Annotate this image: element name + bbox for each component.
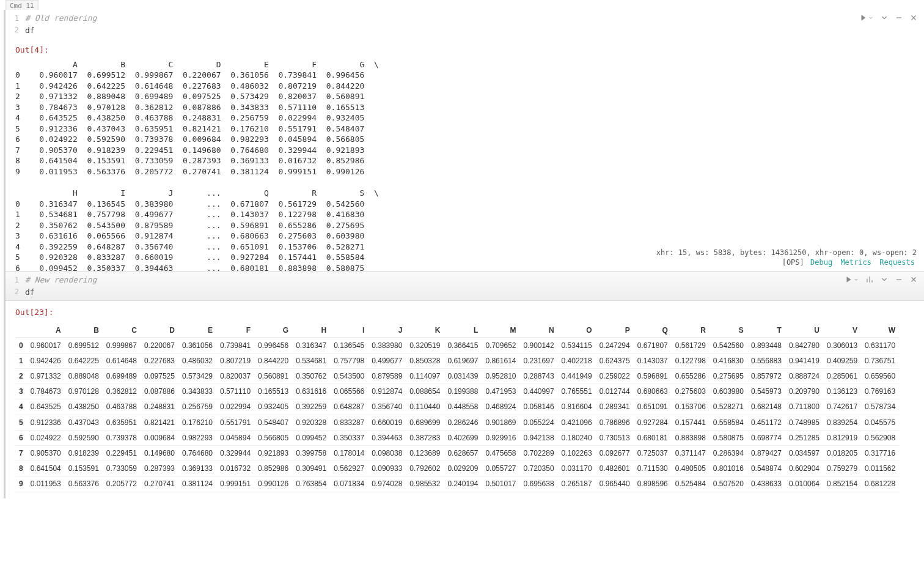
cell-value: 0.240194 [444,476,482,492]
column-header: R [672,323,710,338]
cell-value: 0.320519 [406,338,444,353]
cell-value: 0.757798 [330,353,368,368]
cell-value: 0.641504 [27,461,65,476]
cell-value: 0.682148 [747,399,785,415]
table-row: 70.9053700.9182390.2294510.1496800.76468… [15,446,899,461]
cell-value: 0.821421 [141,415,178,430]
cell-value: 0.655286 [672,369,710,384]
cell-value: 0.149680 [141,446,178,461]
cell-value: 0.402699 [444,430,482,445]
table-row: 80.6415040.1535910.7330590.2873930.36913… [15,461,899,476]
cell-value: 0.270741 [141,476,178,492]
cell-value: 0.974028 [368,476,406,492]
cell-value: 0.309491 [292,461,330,476]
column-header: L [444,323,482,338]
column-header: J [368,323,406,338]
cell-value: 0.110440 [406,399,444,415]
row-index: 0 [15,338,27,353]
column-header: P [596,323,634,338]
cell-value: 0.440997 [520,384,558,399]
cell-value: 0.929916 [482,430,519,445]
cell-value: 0.698774 [747,430,785,445]
code-text[interactable]: # New rendering [25,274,97,286]
cell-value: 0.058146 [520,399,558,415]
cell-value: 0.566805 [254,430,292,445]
cell-value: 0.786896 [596,415,634,430]
cell-value: 0.651091 [634,399,672,415]
minimize-button[interactable] [893,12,904,23]
cell-value: 0.558584 [710,415,747,430]
cell-value: 0.852154 [823,476,861,492]
cell-value: 0.045575 [861,415,899,430]
cell-value: 0.065566 [330,384,368,399]
close-icon [909,275,918,284]
cell-value: 0.563376 [65,476,103,492]
cell-value: 0.288743 [520,369,558,384]
cell-value: 0.548874 [747,461,785,476]
cell-value: 0.562908 [861,430,899,445]
cell-value: 0.055727 [482,461,519,476]
debug-link[interactable]: Debug [810,258,832,267]
close-button[interactable] [908,12,919,23]
debug-link[interactable]: Metrics [840,258,871,267]
line-number: 2 [6,286,25,297]
cell-value: 0.592590 [65,430,103,445]
cell-value: 0.136123 [823,384,861,399]
cell-value: 0.045894 [216,430,254,445]
code-editor[interactable]: 1# New rendering2df [6,271,924,301]
cell-value: 0.970128 [65,384,103,399]
cell-value: 0.356740 [368,399,406,415]
code-text[interactable]: df [25,286,35,298]
cell-value: 0.999151 [216,476,254,492]
cell-value: 0.209790 [785,384,823,399]
cell-value: 0.018205 [823,446,861,461]
run-button[interactable] [843,274,860,285]
column-header: E [178,323,216,338]
cell-value: 0.507520 [710,476,747,492]
column-header: B [65,323,103,338]
run-button[interactable] [858,12,875,23]
cell-value: 0.739841 [216,338,254,353]
cell-value: 0.361056 [178,338,216,353]
expand-button[interactable] [879,274,890,285]
table-row: 60.0249220.5925900.7393780.0096840.98229… [15,430,899,445]
expand-button[interactable] [879,12,890,23]
output-label: Out[23]: [15,307,914,318]
cell-value: 0.102263 [558,446,596,461]
code-text[interactable]: # Old rendering [25,12,97,24]
cell-value: 0.624375 [596,353,634,368]
code-editor[interactable]: 1# Old rendering2df [6,10,924,39]
debug-panel: xhr: 15, ws: 5838, bytes: 14361250, xhr-… [656,248,917,267]
cell-value: 0.362812 [103,384,141,399]
chart-button[interactable] [864,274,875,285]
cell-value: 0.285061 [823,369,861,384]
cell-value: 0.898596 [634,476,672,492]
play-icon [859,13,868,22]
column-header: W [861,323,899,338]
cell-value: 0.343833 [178,384,216,399]
row-index: 5 [15,415,27,430]
table-row: 20.9713320.8890480.6994890.0975250.57342… [15,369,899,384]
cell-value: 0.416830 [710,353,747,368]
close-button[interactable] [908,274,919,285]
cell-value: 0.562927 [330,461,368,476]
cell-value: 0.227683 [141,353,178,368]
row-index: 8 [15,461,27,476]
minimize-button[interactable] [893,274,904,285]
row-index: 9 [15,476,27,492]
debug-link[interactable]: Requests [879,258,915,267]
cell-value: 0.099452 [292,430,330,445]
cell-value: 0.031439 [444,369,482,384]
cell-value: 0.833287 [330,415,368,430]
minus-icon [895,13,903,22]
cell-value: 0.199388 [444,384,482,399]
cell-value: 0.709652 [482,338,519,353]
cell-value: 0.383980 [368,338,406,353]
cell-value: 0.736751 [861,353,899,368]
cell-value: 0.573429 [178,369,216,384]
cell-value: 0.247294 [596,338,634,353]
cell-value: 0.528271 [710,399,747,415]
row-index: 4 [15,399,27,415]
line-number: 1 [6,13,25,24]
code-text[interactable]: df [25,24,35,37]
